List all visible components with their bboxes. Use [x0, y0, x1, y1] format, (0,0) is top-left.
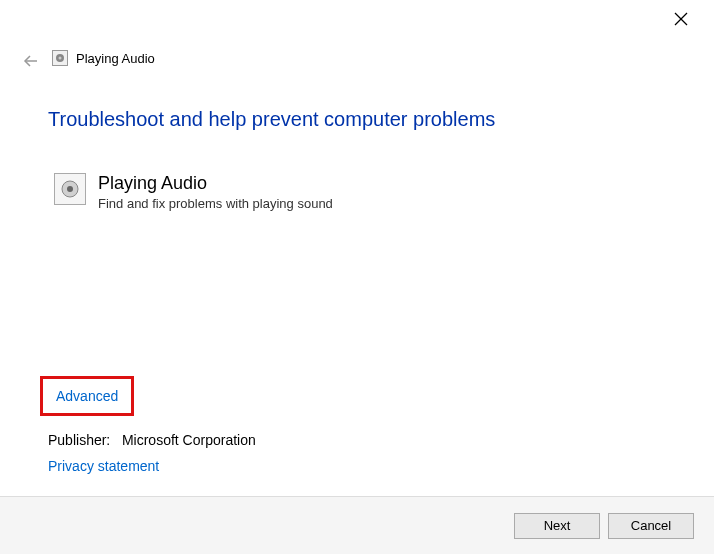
- page-heading: Troubleshoot and help prevent computer p…: [48, 108, 666, 131]
- audio-icon: [52, 50, 68, 66]
- next-button[interactable]: Next: [514, 513, 600, 539]
- section-description: Find and fix problems with playing sound: [98, 196, 333, 211]
- privacy-statement-link[interactable]: Privacy statement: [48, 458, 159, 474]
- back-arrow-icon: [22, 52, 40, 70]
- publisher-label: Publisher:: [48, 432, 110, 448]
- cancel-button[interactable]: Cancel: [608, 513, 694, 539]
- speaker-icon: [54, 173, 86, 205]
- troubleshooter-section: Playing Audio Find and fix problems with…: [48, 173, 666, 211]
- button-bar: Next Cancel: [0, 496, 714, 554]
- publisher-value: Microsoft Corporation: [122, 432, 256, 448]
- section-title: Playing Audio: [98, 173, 333, 194]
- back-button[interactable]: [22, 52, 42, 72]
- window-title: Playing Audio: [76, 51, 155, 66]
- svg-point-6: [67, 186, 73, 192]
- publisher-info: Publisher: Microsoft Corporation: [48, 432, 256, 448]
- close-button[interactable]: [674, 12, 692, 30]
- advanced-highlight: Advanced: [40, 376, 134, 416]
- advanced-link[interactable]: Advanced: [56, 388, 118, 404]
- svg-point-4: [59, 57, 62, 60]
- close-icon: [674, 12, 688, 26]
- title-bar: Playing Audio: [52, 50, 155, 66]
